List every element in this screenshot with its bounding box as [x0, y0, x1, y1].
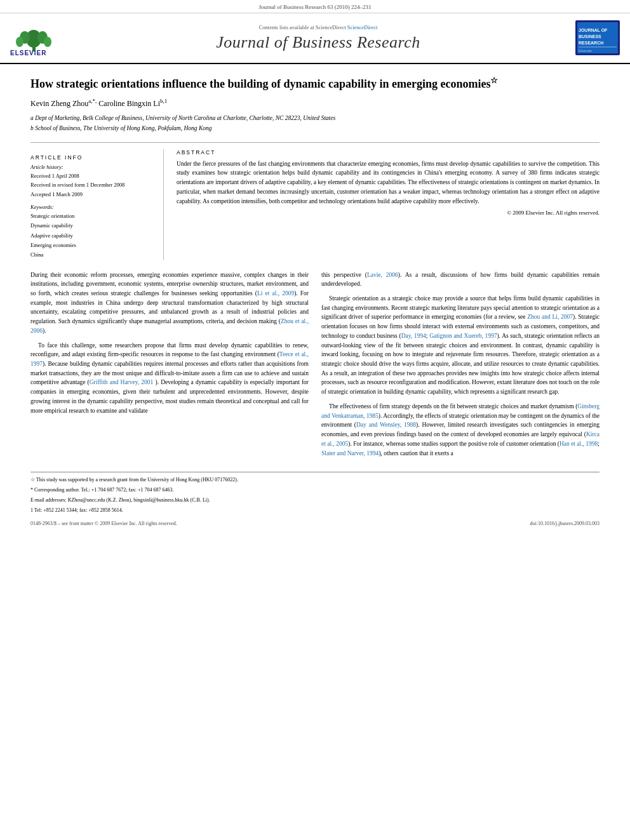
svg-text:BUSINESS: BUSINESS: [579, 34, 601, 39]
abstract-text: Under the fierce pressures of the fast c…: [177, 159, 600, 206]
keywords-label: Keywords:: [30, 204, 154, 210]
authors-line: Kevin Zheng Zhoua,*, Caroline Bingxin Li…: [30, 98, 600, 109]
author-a-name: Kevin Zheng Zhou: [30, 99, 88, 108]
svg-text:Elsevier: Elsevier: [579, 49, 592, 53]
footnote-tel1: 1 Tel: +852 2241 5344; fax: +852 2858 56…: [30, 507, 600, 515]
svg-text:ELSEVIER: ELSEVIER: [10, 50, 46, 57]
journal-logo-right: JOURNAL OF BUSINESS RESEARCH Elsevier: [569, 20, 620, 57]
issn-line: 0148-2963/$ – see front matter © 2009 El…: [30, 521, 177, 526]
sciencedirect-link: Contents lists available at ScienceDirec…: [74, 24, 563, 30]
ref-han-1998[interactable]: Han et al., 1998: [560, 441, 598, 447]
ref-li-2009[interactable]: Li et al., 2009: [257, 290, 294, 297]
footnote-email: E-mail addresses: KZhou@uncc.edu (K.Z. Z…: [30, 497, 600, 505]
article-title-text: How strategic orientations influence the…: [30, 77, 490, 90]
received-date: Received 1 April 2008: [30, 171, 154, 180]
top-bar: Journal of Business Research 63 (2010) 2…: [0, 0, 630, 13]
journal-citation: Journal of Business Research 63 (2010) 2…: [259, 4, 372, 10]
body-columns: During their economic reform processes, …: [30, 270, 600, 463]
elsevier-logo: ELSEVIER: [10, 18, 67, 58]
svg-point-6: [44, 37, 51, 47]
ref-lavie-2006[interactable]: Lavie, 2006: [367, 272, 398, 278]
body-para-5: The effectiveness of firm strategy depen…: [321, 402, 600, 458]
article-info-heading: ARTICLE INFO: [30, 154, 154, 161]
sciencedirect-anchor[interactable]: ScienceDirect: [347, 24, 378, 30]
ref-zhou-2006[interactable]: Zhou et al., 2006: [30, 318, 309, 334]
footnotes: ☆ This study was supported by a research…: [30, 472, 600, 514]
author-b-name: Caroline Bingxin Li: [98, 99, 160, 108]
info-abstract-section: ARTICLE INFO Article history: Received 1…: [30, 149, 600, 260]
doi-line: doi:10.1016/j.jbusres.2009.03.003: [530, 521, 600, 526]
keyword-2: Dynamic capability: [30, 221, 154, 230]
affiliations: a Dept of Marketing, Belk College of Bus…: [30, 114, 600, 133]
body-para-1: During their economic reform processes, …: [30, 270, 309, 336]
author-a-sup: a,*,: [88, 98, 97, 104]
ref-kirca-2005[interactable]: Kirca et al., 2005: [321, 431, 600, 447]
svg-point-5: [16, 37, 23, 47]
body-column-right: this perspective (Lavie, 2006). As a res…: [321, 270, 600, 463]
body-para-2: To face this challenge, some researchers…: [30, 341, 309, 416]
article-dates: Received 1 April 2008 Received in revise…: [30, 171, 154, 199]
article-info-panel: ARTICLE INFO Article history: Received 1…: [30, 149, 164, 260]
affiliation-b: b School of Business, The University of …: [30, 124, 600, 133]
footnote-corr-author: * Corresponding author. Tel.: +1 704 687…: [30, 486, 600, 495]
body-column-left: During their economic reform processes, …: [30, 270, 309, 463]
ref-griffith-2001[interactable]: Griffith and Harvey, 2001: [90, 379, 154, 385]
keyword-4: Emerging economies: [30, 241, 154, 250]
abstract-heading: ABSTRACT: [177, 149, 600, 156]
history-label: Article history:: [30, 164, 154, 170]
journal-name: Journal of Business Research: [74, 33, 563, 52]
bottom-bar: 0148-2963/$ – see front matter © 2009 El…: [30, 521, 600, 526]
author-b-sup: b,1: [160, 98, 167, 104]
copyright-line: © 2009 Elsevier Inc. All rights reserved…: [177, 210, 600, 216]
abstract-section: ABSTRACT Under the fierce pressures of t…: [177, 149, 600, 260]
ref-gatignon-1997[interactable]: Gatignon and Xuereb, 1997: [429, 333, 497, 339]
keyword-3: Adaptive capability: [30, 231, 154, 241]
article-title: How strategic orientations influence the…: [30, 76, 600, 91]
footnote-star: ☆ This study was supported by a research…: [30, 476, 600, 484]
keyword-5: China: [30, 250, 154, 260]
svg-text:JOURNAL OF: JOURNAL OF: [579, 28, 608, 32]
body-para-3: this perspective (Lavie, 2006). As a res…: [321, 270, 600, 289]
revised-date: Received in revised form 1 December 2008: [30, 180, 154, 189]
svg-text:RESEARCH: RESEARCH: [579, 41, 603, 45]
title-star: ☆: [490, 76, 498, 85]
keyword-1: Strategic orientation: [30, 211, 154, 221]
ref-slater-1994[interactable]: Slater and Narver, 1994: [321, 450, 379, 457]
journal-header: ELSEVIER Contents lists available at Sci…: [0, 13, 630, 64]
accepted-date: Accepted 1 March 2009: [30, 190, 154, 199]
main-content: How strategic orientations influence the…: [0, 64, 630, 539]
divider-line: [30, 142, 600, 143]
body-para-4: Strategic orientation as a strategic cho…: [321, 294, 600, 397]
keywords-list: Strategic orientation Dynamic capability…: [30, 211, 154, 260]
ref-day-wensley-1988[interactable]: Day and Wensley, 1988: [356, 422, 416, 428]
affiliation-a: a Dept of Marketing, Belk College of Bus…: [30, 114, 600, 123]
journal-title-block: Contents lists available at ScienceDirec…: [74, 24, 563, 52]
ref-day-1994[interactable]: Day, 1994: [401, 333, 426, 339]
ref-zhou-li-2007[interactable]: Zhou and Li, 2007: [527, 314, 573, 320]
ref-ginsberg-1985[interactable]: Ginsberg and Venkatraman, 1985: [321, 403, 600, 419]
ref-teece-1997[interactable]: Teece et al., 1997: [30, 351, 309, 367]
